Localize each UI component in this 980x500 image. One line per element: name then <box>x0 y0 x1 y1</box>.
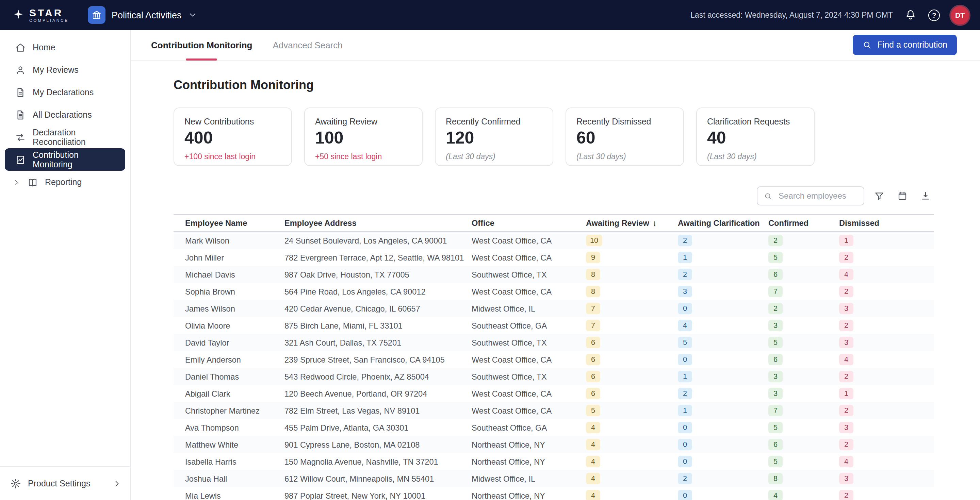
cell-confirmed: 6 <box>768 266 839 283</box>
column-header-employee-name[interactable]: Employee Name <box>173 214 285 232</box>
cell-confirmed: 3 <box>768 368 839 385</box>
cell-employee-name: John Miller <box>173 249 285 266</box>
table-row[interactable]: Joshua Hall 612 Willow Court, Minneapoli… <box>173 470 934 487</box>
cell-awaiting-clarification: 0 <box>678 300 768 317</box>
table-row[interactable]: Christopher Martinez 782 Elm Street, Las… <box>173 402 934 419</box>
sidebar-item-my-declarations[interactable]: My Declarations <box>5 81 125 103</box>
cell-employee-name: Matthew White <box>173 436 285 453</box>
column-header-employee-address[interactable]: Employee Address <box>285 214 472 232</box>
help-button[interactable] <box>928 9 940 21</box>
cell-awaiting-clarification: 2 <box>678 385 768 402</box>
confirmed-badge: 3 <box>768 371 783 382</box>
calendar-button[interactable] <box>894 188 911 204</box>
cell-dismissed: 2 <box>839 317 934 334</box>
confirmed-badge: 6 <box>768 439 783 450</box>
sidebar: HomeMy ReviewsMy DeclarationsAll Declara… <box>0 30 130 500</box>
cell-awaiting-review: 6 <box>586 351 678 368</box>
table-row[interactable]: David Taylor 321 Ash Court, Dallas, TX 7… <box>173 334 934 351</box>
home-icon <box>15 42 26 53</box>
cell-confirmed: 8 <box>768 470 839 487</box>
table-row[interactable]: Abigail Clark 120 Beech Avenue, Portland… <box>173 385 934 402</box>
user-avatar[interactable]: DT <box>951 6 969 24</box>
cell-dismissed: 1 <box>839 232 934 249</box>
sidebar-item-declaration-reconciliation[interactable]: Declaration Reconciliation <box>5 126 125 148</box>
table-row[interactable]: Sophia Brown 564 Pine Road, Los Angeles,… <box>173 283 934 300</box>
cell-dismissed: 3 <box>839 334 934 351</box>
cell-awaiting-review: 8 <box>586 283 678 300</box>
topbar-right: Last accessed: Wednesday, August 7, 2024… <box>690 6 969 24</box>
awaiting-review-badge: 4 <box>586 473 600 484</box>
table-row[interactable]: Matthew White 901 Cypress Lane, Boston, … <box>173 436 934 453</box>
filter-button[interactable] <box>871 188 888 204</box>
search-employees-input[interactable] <box>777 190 858 202</box>
sidebar-item-contribution-monitoring[interactable]: Contribution Monitoring <box>5 148 125 171</box>
awaiting-clarification-badge: 1 <box>678 371 692 382</box>
cell-employee-address: 150 Magnolia Avenue, Nashville, TN 37201 <box>285 453 472 470</box>
sidebar-item-home[interactable]: Home <box>5 36 125 59</box>
content-area: Contribution Monitoring New Contribution… <box>130 60 980 500</box>
confirmed-badge: 3 <box>768 388 783 399</box>
sidebar-item-product-settings[interactable]: Product Settings <box>0 478 130 489</box>
column-header-awaiting-review[interactable]: Awaiting Review↓ <box>586 214 678 232</box>
tab-advanced-search[interactable]: Advanced Search <box>272 30 342 60</box>
tab-contribution-monitoring[interactable]: Contribution Monitoring <box>151 30 252 60</box>
stat-card-note: +50 since last login <box>315 152 412 160</box>
table-row[interactable]: Ava Thompson 455 Palm Drive, Atlanta, GA… <box>173 419 934 436</box>
dismissed-badge: 2 <box>839 286 853 297</box>
cell-employee-address: 24 Sunset Boulevard, Los Angeles, CA 900… <box>285 232 472 249</box>
app-root: STAR COMPLIANCE Political Activities Las… <box>0 0 980 500</box>
cell-employee-name: Isabella Harris <box>173 453 285 470</box>
reporting-icon <box>27 176 38 187</box>
search-icon <box>862 40 872 50</box>
table-row[interactable]: Daniel Thomas 543 Redwood Circle, Phoeni… <box>173 368 934 385</box>
cell-confirmed: 5 <box>768 453 839 470</box>
sidebar-item-label: Reporting <box>45 177 82 187</box>
cell-awaiting-review: 6 <box>586 368 678 385</box>
cell-office: West Coast Office, CA <box>472 249 586 266</box>
column-header-office[interactable]: Office <box>472 214 586 232</box>
awaiting-review-badge: 4 <box>586 456 600 467</box>
table-row[interactable]: Michael Davis 987 Oak Drive, Houston, TX… <box>173 266 934 283</box>
cell-dismissed: 1 <box>839 385 934 402</box>
table-row[interactable]: Emily Anderson 239 Spruce Street, San Fr… <box>173 351 934 368</box>
dismissed-badge: 2 <box>839 371 853 382</box>
table-header-row: Employee NameEmployee AddressOfficeAwait… <box>173 214 934 232</box>
column-header-dismissed[interactable]: Dismissed <box>839 214 934 232</box>
star-compliance-logo[interactable]: STAR COMPLIANCE <box>12 7 69 23</box>
app-switcher[interactable]: Political Activities <box>88 6 197 24</box>
cell-dismissed: 2 <box>839 283 934 300</box>
stat-card-value: 400 <box>185 129 281 147</box>
sidebar-item-my-reviews[interactable]: My Reviews <box>5 59 125 81</box>
cell-awaiting-clarification: 5 <box>678 334 768 351</box>
notifications-button[interactable] <box>904 8 917 22</box>
awaiting-review-badge: 4 <box>586 490 600 500</box>
sidebar-item-all-declarations[interactable]: All Declarations <box>5 103 125 126</box>
dismissed-badge: 1 <box>839 388 853 399</box>
table-row[interactable]: Olivia Moore 875 Birch Lane, Miami, FL 3… <box>173 317 934 334</box>
awaiting-review-badge: 4 <box>586 422 600 433</box>
cell-employee-address: 543 Redwood Circle, Phoenix, AZ 85004 <box>285 368 472 385</box>
table-row[interactable]: James Wilson 420 Cedar Avenue, Chicago, … <box>173 300 934 317</box>
table-row[interactable]: John Miller 782 Evergreen Terrace, Apt 1… <box>173 249 934 266</box>
cell-office: Midwest Office, IL <box>472 300 586 317</box>
table-row[interactable]: Mark Wilson 24 Sunset Boulevard, Los Ang… <box>173 232 934 249</box>
find-contribution-button[interactable]: Find a contribution <box>853 35 957 55</box>
stat-card-note: (Last 30 days) <box>707 152 804 160</box>
cell-awaiting-review: 4 <box>586 470 678 487</box>
column-header-confirmed[interactable]: Confirmed <box>768 214 839 232</box>
cell-office: West Coast Office, CA <box>472 402 586 419</box>
awaiting-review-badge: 8 <box>586 269 600 280</box>
table-row[interactable]: Isabella Harris 150 Magnolia Avenue, Nas… <box>173 453 934 470</box>
cell-awaiting-review: 8 <box>586 266 678 283</box>
table-row[interactable]: Mia Lewis 987 Poplar Street, New York, N… <box>173 487 934 500</box>
find-contribution-label: Find a contribution <box>877 40 947 50</box>
sidebar-item-reporting[interactable]: Reporting <box>5 171 125 193</box>
cell-confirmed: 6 <box>768 436 839 453</box>
confirmed-badge: 8 <box>768 473 783 484</box>
column-header-awaiting-clarification[interactable]: Awaiting Clarification <box>678 214 768 232</box>
awaiting-clarification-badge: 0 <box>678 439 692 450</box>
awaiting-review-badge: 7 <box>586 303 600 314</box>
download-button[interactable] <box>917 188 934 204</box>
cell-awaiting-review: 4 <box>586 419 678 436</box>
cell-employee-name: Joshua Hall <box>173 470 285 487</box>
